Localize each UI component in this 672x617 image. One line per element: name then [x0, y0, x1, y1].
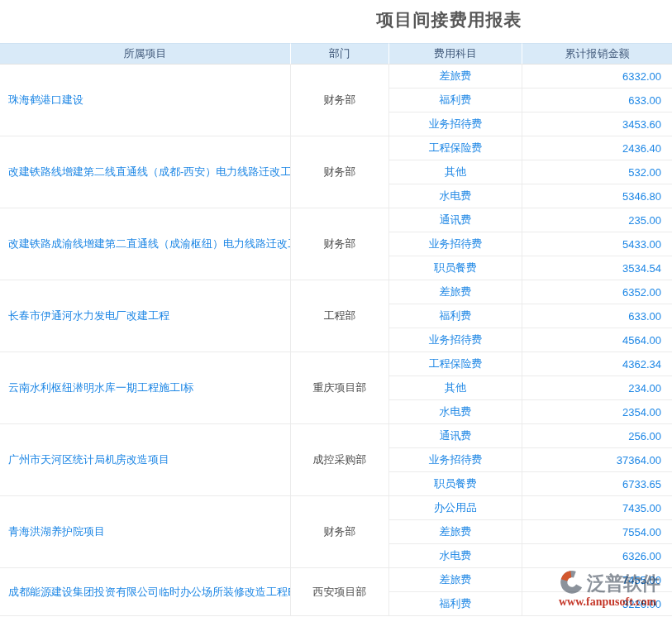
amount-cell[interactable]: 633.00	[522, 88, 672, 112]
amount-cell[interactable]: 5433.00	[522, 232, 672, 256]
header-department: 部门	[291, 43, 389, 65]
table-row: 云南水利枢纽潜明水库一期工程施工I标 重庆项目部 工程保险费 4362.34	[0, 352, 672, 376]
expense-category-link[interactable]: 福利费	[389, 592, 522, 616]
expense-category-link[interactable]: 办公用品	[389, 496, 522, 520]
amount-cell[interactable]: 6326.00	[522, 544, 672, 568]
expense-category-link[interactable]: 差旅费	[389, 65, 522, 88]
amount-cell[interactable]: 37364.00	[522, 448, 672, 472]
expense-category-link[interactable]: 其他	[389, 376, 522, 400]
project-name-link[interactable]: 广州市天河区统计局机房改造项目	[0, 424, 291, 496]
expense-category-link[interactable]: 差旅费	[389, 520, 522, 544]
page-title-wrap: 项目间接费用报表	[0, 0, 672, 43]
project-name-link[interactable]: 成都能源建设集团投资有限公司临时办公场所装修改造工程EP	[0, 568, 291, 616]
amount-cell[interactable]: 7554.00	[522, 520, 672, 544]
table-row: 珠海鹤港口建设 财务部 差旅费 6332.00	[0, 65, 672, 88]
table-row: 改建铁路成渝线增建第二直通线（成渝枢纽）电力线路迁改工 财务部 通讯费 235.…	[0, 208, 672, 232]
amount-cell[interactable]: 7455.00	[522, 568, 672, 592]
amount-cell[interactable]: 3534.54	[522, 256, 672, 280]
amount-cell[interactable]: 6332.00	[522, 65, 672, 88]
expense-category-link[interactable]: 通讯费	[389, 208, 522, 232]
department-cell: 重庆项目部	[291, 352, 389, 424]
table-header-row: 所属项目 部门 费用科目 累计报销金额	[0, 43, 672, 65]
expense-category-link[interactable]: 差旅费	[389, 280, 522, 304]
expense-category-link[interactable]: 业务招待费	[389, 328, 522, 352]
expense-category-link[interactable]: 职员餐费	[389, 472, 522, 496]
expense-category-link[interactable]: 福利费	[389, 88, 522, 112]
expense-category-link[interactable]: 业务招待费	[389, 112, 522, 136]
amount-cell[interactable]: 4564.00	[522, 328, 672, 352]
amount-cell[interactable]: 6352.00	[522, 280, 672, 304]
department-cell: 财务部	[291, 65, 389, 136]
expense-category-link[interactable]: 水电费	[389, 184, 522, 208]
expense-category-link[interactable]: 差旅费	[389, 568, 522, 592]
table-row: 青海洪湖养护院项目 财务部 办公用品 7435.00	[0, 496, 672, 520]
amount-cell[interactable]: 2354.00	[522, 400, 672, 424]
department-cell: 财务部	[291, 208, 389, 280]
expense-category-link[interactable]: 通讯费	[389, 424, 522, 448]
department-cell: 西安项目部	[291, 568, 389, 616]
amount-cell[interactable]: 6733.65	[522, 472, 672, 496]
amount-cell[interactable]: 633.00	[522, 304, 672, 328]
header-amount: 累计报销金额	[522, 43, 672, 65]
expense-category-link[interactable]: 水电费	[389, 400, 522, 424]
amount-cell[interactable]: 4362.34	[522, 352, 672, 376]
department-cell: 财务部	[291, 136, 389, 208]
header-project: 所属项目	[0, 43, 291, 65]
department-cell: 工程部	[291, 280, 389, 352]
amount-cell[interactable]: 532.00	[522, 160, 672, 184]
amount-cell[interactable]: 256.00	[522, 424, 672, 448]
expense-category-link[interactable]: 其他	[389, 160, 522, 184]
amount-cell[interactable]: 234.00	[522, 376, 672, 400]
expense-category-link[interactable]: 工程保险费	[389, 136, 522, 160]
amount-cell[interactable]: 5346.80	[522, 184, 672, 208]
expense-category-link[interactable]: 水电费	[389, 544, 522, 568]
amount-cell[interactable]: 7435.00	[522, 496, 672, 520]
expense-category-link[interactable]: 职员餐费	[389, 256, 522, 280]
department-cell: 财务部	[291, 496, 389, 568]
project-name-link[interactable]: 改建铁路线增建第二线直通线（成都-西安）电力线路迁改工	[0, 136, 291, 208]
project-name-link[interactable]: 青海洪湖养护院项目	[0, 496, 291, 568]
project-name-link[interactable]: 改建铁路成渝线增建第二直通线（成渝枢纽）电力线路迁改工	[0, 208, 291, 280]
project-name-link[interactable]: 长春市伊通河水力发电厂改建工程	[0, 280, 291, 352]
header-expense-category: 费用科目	[389, 43, 522, 65]
expense-category-link[interactable]: 业务招待费	[389, 232, 522, 256]
amount-cell[interactable]: 235.00	[522, 208, 672, 232]
expense-category-link[interactable]: 业务招待费	[389, 448, 522, 472]
table-row: 广州市天河区统计局机房改造项目 成控采购部 通讯费 256.00	[0, 424, 672, 448]
amount-cell[interactable]: 3226.00	[522, 592, 672, 616]
table-row: 长春市伊通河水力发电厂改建工程 工程部 差旅费 6352.00	[0, 280, 672, 304]
expense-category-link[interactable]: 福利费	[389, 304, 522, 328]
project-name-link[interactable]: 珠海鹤港口建设	[0, 65, 291, 136]
amount-cell[interactable]: 3453.60	[522, 112, 672, 136]
expense-report-table: 所属项目 部门 费用科目 累计报销金额 珠海鹤港口建设 财务部 差旅费 6332…	[0, 43, 672, 616]
expense-category-link[interactable]: 工程保险费	[389, 352, 522, 376]
department-cell: 成控采购部	[291, 424, 389, 496]
table-row: 成都能源建设集团投资有限公司临时办公场所装修改造工程EP 西安项目部 差旅费 7…	[0, 568, 672, 592]
page-title: 项目间接费用报表	[377, 0, 522, 31]
amount-cell[interactable]: 2436.40	[522, 136, 672, 160]
table-row: 改建铁路线增建第二线直通线（成都-西安）电力线路迁改工 财务部 工程保险费 24…	[0, 136, 672, 160]
project-name-link[interactable]: 云南水利枢纽潜明水库一期工程施工I标	[0, 352, 291, 424]
